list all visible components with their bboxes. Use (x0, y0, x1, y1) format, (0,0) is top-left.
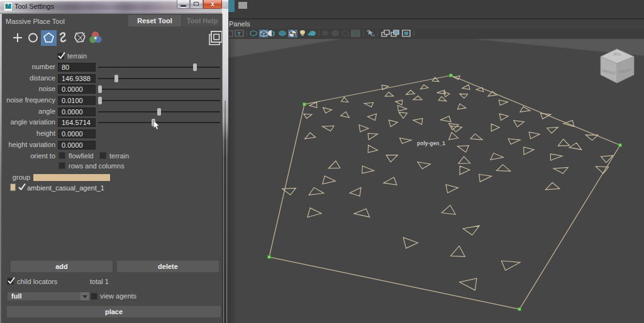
svg-text:TOP: TOP (613, 52, 621, 56)
svg-text:T: T (237, 31, 241, 36)
svg-text:poly-gen_1: poly-gen_1 (417, 140, 445, 146)
